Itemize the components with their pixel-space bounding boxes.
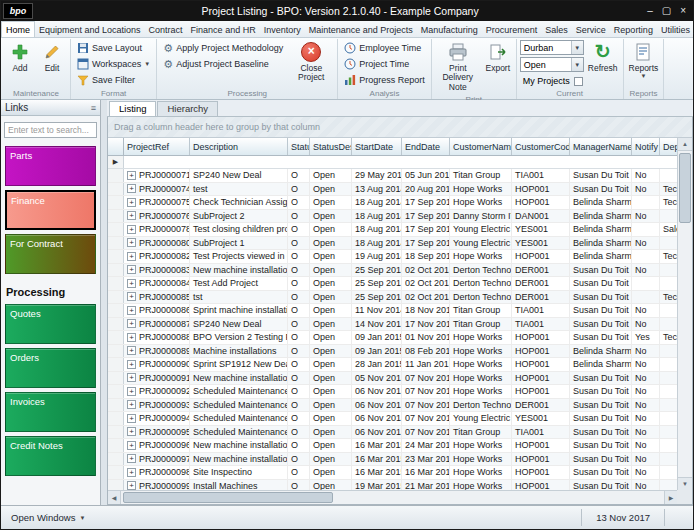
grid-row-PRJ0000082[interactable]: +PRJ0000082Test Projects viewed in Custo… [108,250,677,264]
grid-row-PRJ0000093[interactable]: +PRJ0000093Scheduled Maintenance for DE.… [108,399,677,413]
menu-tab-manufacturing[interactable]: Manufacturing [417,21,482,37]
grid-row-PRJ0000075[interactable]: +PRJ0000075Check Technician AssignmentOO… [108,196,677,210]
open-windows-button[interactable]: Open Windows ▼ [4,510,92,525]
close-project-button[interactable]: × Close Project [288,40,334,88]
maximize-icon[interactable]: ▢ [662,6,671,16]
column-header-status[interactable]: Status [288,138,310,155]
column-header-customername[interactable]: CustomerName [450,138,512,155]
expand-icon[interactable]: + [127,171,136,180]
expand-icon[interactable]: + [127,454,136,463]
grid-row-PRJ0000078[interactable]: +PRJ0000078Test closing children project… [108,223,677,237]
minimize-icon[interactable]: – [647,6,653,16]
grid-row-PRJ0000090[interactable]: +PRJ0000090Sprint SP1912 New Deal SaleOO… [108,358,677,372]
vertical-scroll-thumb[interactable] [679,153,691,223]
expand-icon[interactable]: + [127,333,136,342]
menu-tab-contract[interactable]: Contract [145,21,187,37]
expand-icon[interactable]: + [127,387,136,396]
horizontal-scrollbar[interactable]: ◀ ▶ [108,490,677,504]
menu-tab-utilities[interactable]: Utilities [657,21,694,37]
grid-row-PRJ0000097[interactable]: +PRJ0000097New machine installationOOpen… [108,453,677,467]
apply-project-methodology-button[interactable]: ⚙ Apply Project Methodology [160,40,286,55]
save-layout-button[interactable]: Save Layout [74,40,153,55]
expand-icon[interactable]: + [127,468,136,477]
expand-icon[interactable]: + [127,400,136,409]
expand-icon[interactable]: + [127,225,136,234]
grid-row-PRJ0000099[interactable]: +PRJ0000099Install MachinesOOpen19 Mar 2… [108,480,677,491]
expand-icon[interactable]: + [127,360,136,369]
save-filter-button[interactable]: Save Filter [74,72,153,87]
grid-row-PRJ0000095[interactable]: +PRJ0000095Scheduled Maintenance for TI.… [108,426,677,440]
expand-icon[interactable]: + [127,198,136,207]
expand-icon[interactable]: + [127,279,136,288]
grid-row-PRJ0000076[interactable]: +PRJ0000076SubProject 2OOpen18 Aug 20141… [108,210,677,224]
column-header-statusdesc[interactable]: StatusDesc [310,138,352,155]
menu-tab-reporting[interactable]: Reporting [610,21,657,37]
grid-row-PRJ0000091[interactable]: +PRJ0000091New machine installation SP 1… [108,372,677,386]
tab-hierarchy[interactable]: Hierarchy [157,101,218,116]
sidebar-link-credit-notes[interactable]: Credit Notes [5,436,96,476]
sidebar-link-quotes[interactable]: Quotes [5,304,96,344]
grid-row-PRJ0000087[interactable]: +PRJ0000087SP240 New DealOOpen14 Nov 201… [108,318,677,332]
menu-tab-procurement[interactable]: Procurement [482,21,542,37]
status-dropdown[interactable]: Open ▼ [520,57,584,72]
menu-tab-maintenance-and-projects[interactable]: Maintenance and Projects [305,21,417,37]
grid-filter-row[interactable]: ▶ [108,156,677,169]
menu-tab-sales[interactable]: Sales [541,21,572,37]
export-button[interactable]: Export [483,40,513,94]
grid-row-PRJ0000086[interactable]: +PRJ0000086Sprint machine installation -… [108,304,677,318]
grid-row-PRJ0000094[interactable]: +PRJ0000094Scheduled Maintenance for YE.… [108,412,677,426]
expand-icon[interactable]: + [127,184,136,193]
column-header-notify[interactable]: Notify [632,138,660,155]
grid-row-PRJ0000074[interactable]: +PRJ0000074testOOpen13 Aug 201420 Aug 20… [108,183,677,197]
column-header-customercode[interactable]: CustomerCode [512,138,570,155]
site-dropdown[interactable]: Durban ▼ [520,40,584,55]
column-header-startdate[interactable]: StartDate [352,138,402,155]
grid-row-PRJ0000071[interactable]: +PRJ0000071SP240 New DealOOpen29 May 201… [108,169,677,183]
expand-icon[interactable]: + [127,319,136,328]
sidebar-link-for-contract[interactable]: For Contract [5,234,96,274]
edit-button[interactable]: Edit [37,40,67,88]
grid-row-PRJ0000092[interactable]: +PRJ0000092Scheduled Maintenance for HO.… [108,385,677,399]
print-delivery-note-button[interactable]: Print Delivery Note [435,40,481,94]
grid-row-PRJ0000085[interactable]: +PRJ0000085tstOOpen25 Sep 201402 Oct 201… [108,291,677,305]
tab-listing[interactable]: Listing [109,101,156,116]
horizontal-scroll-thumb[interactable] [123,492,333,503]
expand-icon[interactable]: + [127,441,136,450]
vertical-scrollbar[interactable]: ▲ ▼ [677,138,692,490]
sidebar-link-finance[interactable]: Finance [5,190,96,230]
column-header-enddate[interactable]: EndDate [402,138,450,155]
adjust-project-baseline-button[interactable]: ⚙ Adjust Project Baseline [160,56,286,71]
grid-row-PRJ0000084[interactable]: +PRJ0000084Test Add ProjectOOpen25 Sep 2… [108,277,677,291]
expand-icon[interactable]: + [127,306,136,315]
scroll-down-icon[interactable]: ▼ [678,477,692,490]
scroll-up-icon[interactable]: ▲ [678,138,692,151]
scroll-right-icon[interactable]: ▶ [664,491,677,504]
menu-tab-finance-and-hr[interactable]: Finance and HR [187,21,260,37]
project-time-button[interactable]: Project Time [341,56,428,71]
expand-icon[interactable]: + [127,238,136,247]
expand-icon[interactable]: + [127,292,136,301]
search-input[interactable] [4,122,97,138]
column-header-managername[interactable]: ManagerName [570,138,632,155]
menu-tab-service[interactable]: Service [572,21,610,37]
grid-row-PRJ0000098[interactable]: +PRJ0000098Site InspectinoOOpen16 Mar 20… [108,466,677,480]
employee-time-button[interactable]: Employee Time [341,40,428,55]
sidebar-link-invoices[interactable]: Invoices [5,392,96,432]
close-icon[interactable]: × [680,6,686,16]
menu-tab-inventory[interactable]: Inventory [260,21,305,37]
my-projects-checkbox[interactable]: My Projects [520,74,584,88]
expand-icon[interactable]: + [127,373,136,382]
scroll-left-icon[interactable]: ◀ [108,491,121,504]
group-by-panel[interactable]: Drag a column header here to group by th… [108,117,692,138]
sidebar-link-parts[interactable]: Parts [5,146,96,186]
expand-icon[interactable]: + [127,414,136,423]
progress-report-button[interactable]: Progress Report [341,72,428,87]
menu-tab-home[interactable]: Home [1,21,35,37]
grid-row-PRJ0000083[interactable]: +PRJ0000083New machine installationOOpen… [108,264,677,278]
add-button[interactable]: Add [5,40,35,88]
grid-row-PRJ0000080[interactable]: +PRJ0000080SubProject 1OOpen18 Aug 20141… [108,237,677,251]
menu-tab-equipment-and-locations[interactable]: Equipment and Locations [35,21,145,37]
grid-row-PRJ0000088[interactable]: +PRJ0000088BPO Version 2 Testing PlanOOp… [108,331,677,345]
reports-button[interactable]: Reports ▼ [627,40,661,88]
grid-row-PRJ0000096[interactable]: +PRJ0000096New machine installation SP 1… [108,439,677,453]
